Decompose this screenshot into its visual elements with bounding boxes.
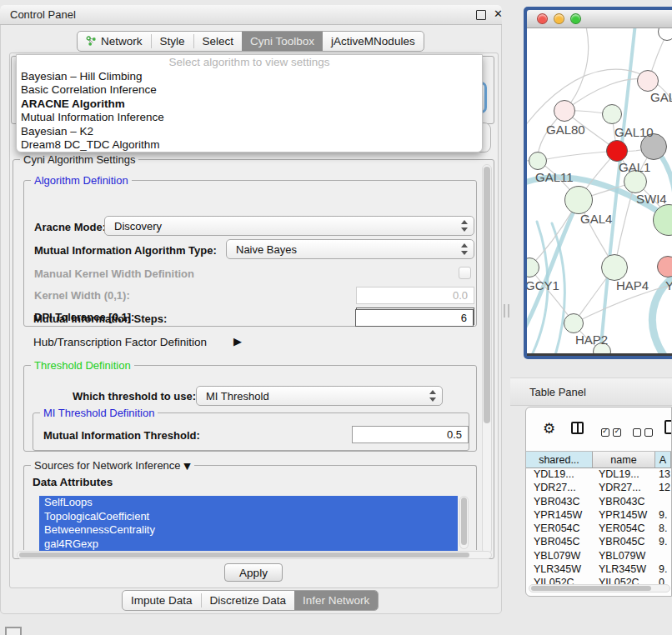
threshold-definition-group: Threshold Definition Which threshold to … bbox=[23, 365, 477, 452]
column-header-next[interactable]: A bbox=[655, 452, 671, 468]
table-panel-title: Table Panel bbox=[529, 386, 586, 398]
scrollbar-thumb[interactable] bbox=[484, 167, 490, 423]
cell-name: YBR045C bbox=[593, 536, 655, 549]
cyni-algorithm-settings-group: Cyni Algorithm Settings Algorithm Defini… bbox=[13, 159, 494, 559]
float-icon[interactable] bbox=[476, 10, 486, 20]
algorithm-option[interactable]: Bayesian – K2 bbox=[17, 125, 482, 138]
table-row[interactable]: YBR043C YBR043C bbox=[526, 496, 671, 509]
apply-button[interactable]: Apply bbox=[224, 563, 283, 582]
table-header: shared... name A bbox=[526, 451, 671, 468]
window-zoom-icon[interactable] bbox=[570, 13, 581, 24]
hub-expand-icon[interactable]: ▶ bbox=[233, 335, 242, 348]
table-row[interactable]: YBL079W YBL079W bbox=[526, 550, 671, 563]
table-panel-titlebar: Table Panel bbox=[510, 378, 672, 406]
which-threshold-combobox[interactable]: MI Threshold bbox=[196, 386, 443, 406]
mi-steps-label: Mutual Information Steps: bbox=[33, 312, 167, 325]
table-horizontal-scrollbar[interactable] bbox=[529, 584, 670, 592]
attribute-item[interactable]: BetweennessCentrality bbox=[39, 523, 458, 538]
cell-shared-name: YBR043C bbox=[526, 496, 593, 509]
combobox-value: MI Threshold bbox=[206, 390, 269, 402]
sources-group: Sources for Network Inference ▼ Data Att… bbox=[23, 465, 477, 550]
graph-node[interactable] bbox=[554, 100, 575, 122]
document-icon[interactable] bbox=[664, 420, 672, 434]
cell-name: YBL079W bbox=[593, 550, 655, 563]
attribute-item[interactable]: gal4RGexp bbox=[39, 538, 458, 552]
split-view-icon[interactable] bbox=[571, 422, 584, 434]
scrollbar-thumb[interactable] bbox=[461, 498, 467, 545]
cell-name: YER054C bbox=[593, 522, 655, 536]
node-label: GAL10 bbox=[614, 125, 654, 139]
network-canvas[interactable]: GALGAL80GAL10GAL1GAL11SWI4GAL4GCY1HAP4YH… bbox=[527, 28, 672, 353]
algorithm-dropdown-list: Select algorithm to view settings Bayesi… bbox=[16, 54, 483, 152]
cell-shared-name: YER054C bbox=[526, 522, 593, 536]
table-row[interactable]: YDR27... YDR27... 12 bbox=[526, 482, 671, 495]
tab-jactivemnodules[interactable]: jActiveMNodules bbox=[323, 32, 424, 51]
tab-network[interactable]: Network bbox=[78, 32, 151, 51]
table-row[interactable]: YPR145W YPR145W 9. bbox=[526, 509, 671, 522]
gear-icon[interactable]: ⚙ bbox=[543, 420, 555, 437]
settings-horizontal-scrollbar[interactable] bbox=[17, 551, 492, 559]
splitter-grip[interactable] bbox=[504, 304, 509, 318]
checked-columns-icon[interactable] bbox=[601, 424, 621, 439]
node-label: HAP2 bbox=[575, 332, 608, 347]
table-row[interactable]: YER054C YER054C 8. bbox=[526, 522, 671, 536]
stepper-arrows-icon bbox=[460, 243, 468, 255]
window-close-icon[interactable] bbox=[537, 13, 548, 24]
algorithm-option[interactable]: Dream8 DC_TDC Algorithm bbox=[17, 138, 482, 152]
aracne-mode-combobox[interactable]: Discovery bbox=[104, 216, 474, 236]
graph-node[interactable] bbox=[637, 70, 659, 92]
table-row[interactable]: YBR045C YBR045C 9. bbox=[526, 536, 671, 549]
scrollbar-thumb[interactable] bbox=[531, 586, 651, 591]
graph-node[interactable] bbox=[564, 313, 584, 333]
tab-select[interactable]: Select bbox=[194, 32, 243, 51]
combobox-value: Discovery bbox=[114, 220, 162, 232]
column-header-shared-name[interactable]: shared... bbox=[526, 452, 593, 468]
mi-steps-field[interactable] bbox=[355, 309, 474, 327]
data-attributes-list: SelfLoopsTopologicalCoefficientBetweenne… bbox=[39, 496, 458, 551]
table-body: YDL19... YDL19... 13 YDR27... YDR27... 1… bbox=[526, 468, 671, 584]
graph-node[interactable] bbox=[606, 140, 628, 162]
mi-threshold-field[interactable] bbox=[352, 426, 469, 443]
tab-label: Discretize Data bbox=[210, 594, 287, 607]
sources-collapse-icon[interactable]: ▼ bbox=[183, 461, 190, 472]
graph-node[interactable] bbox=[529, 152, 547, 170]
network-window-titlebar[interactable] bbox=[527, 10, 672, 28]
algorithm-option[interactable]: Bayesian – Hill Climbing bbox=[17, 70, 482, 83]
node-label: SWI4 bbox=[636, 192, 667, 206]
window-minimize-icon[interactable] bbox=[554, 13, 564, 24]
sources-title: Sources for Network Inference ▼ bbox=[31, 459, 194, 472]
tab-infer-network[interactable]: Infer Network bbox=[294, 591, 378, 610]
table-row[interactable]: YLR345W YLR345W 9. bbox=[526, 563, 671, 577]
panel-corner-grip[interactable] bbox=[5, 627, 22, 635]
aracne-mode-label: Aracne Mode: bbox=[34, 221, 106, 233]
tab-impute-data[interactable]: Impute Data bbox=[123, 591, 201, 610]
mi-algorithm-type-combobox[interactable]: Naive Bayes bbox=[226, 239, 474, 259]
tab-discretize-data[interactable]: Discretize Data bbox=[202, 591, 295, 610]
unchecked-columns-icon[interactable] bbox=[633, 424, 653, 439]
settings-vertical-scrollbar[interactable] bbox=[482, 164, 492, 554]
graph-node[interactable] bbox=[602, 104, 622, 124]
algorithm-option[interactable]: Basic Correlation Inference bbox=[17, 83, 482, 97]
tab-label: Select bbox=[203, 35, 234, 48]
tab-cyni-toolbox[interactable]: Cyni Toolbox bbox=[242, 32, 323, 51]
node-label: GAL4 bbox=[580, 212, 612, 226]
column-header-name[interactable]: name bbox=[593, 452, 655, 468]
cell-shared-name: YIL052C bbox=[526, 577, 593, 584]
algorithm-option[interactable]: ARACNE Algorithm bbox=[17, 98, 482, 111]
attribute-item[interactable]: SelfLoops bbox=[39, 496, 458, 510]
stepper-arrows-icon bbox=[460, 220, 468, 232]
attributes-scrollbar[interactable] bbox=[459, 496, 469, 549]
graph-node[interactable] bbox=[601, 254, 628, 281]
algorithm-definition-title: Algorithm Definition bbox=[31, 174, 132, 187]
attribute-item[interactable]: TopologicalCoefficient bbox=[39, 510, 458, 524]
table-row[interactable]: YIL052C YIL052C 0. bbox=[526, 577, 671, 584]
tab-style[interactable]: Style bbox=[152, 32, 193, 51]
node-label: GAL1 bbox=[619, 160, 650, 174]
which-threshold-label: Which threshold to use: bbox=[73, 390, 196, 402]
table-row[interactable]: YDL19... YDL19... 13 bbox=[526, 468, 671, 482]
algorithm-option[interactable]: Mutual Information Inference bbox=[17, 111, 482, 124]
close-icon[interactable]: ✕ bbox=[494, 8, 503, 20]
cell-value: 13 bbox=[655, 468, 671, 482]
scrollbar-thumb[interactable] bbox=[19, 552, 469, 558]
graph-node[interactable] bbox=[564, 186, 593, 214]
